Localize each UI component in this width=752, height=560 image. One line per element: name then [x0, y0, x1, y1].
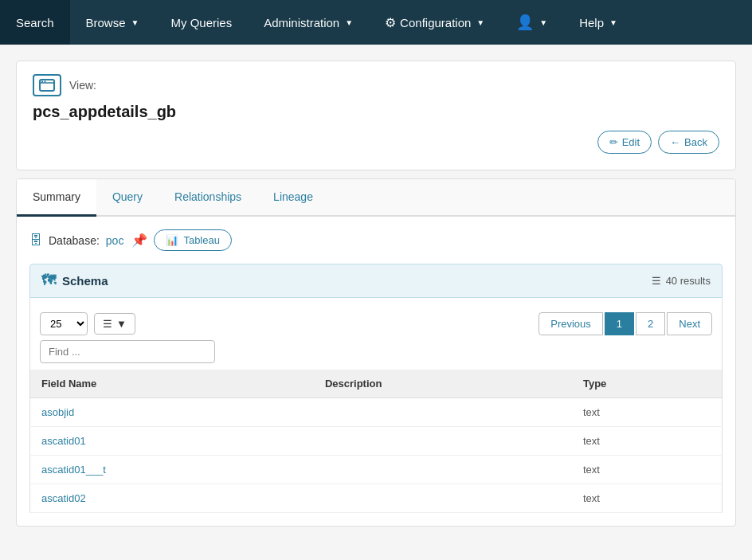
tab-relationships-label: Relationships — [174, 190, 241, 203]
table-row: ascatid01 text — [30, 427, 723, 456]
nav-search-label: Search — [16, 16, 54, 29]
pagination: Previous 1 2 Next — [539, 312, 712, 335]
view-window-icon — [33, 74, 61, 96]
tab-query-label: Query — [112, 190, 143, 203]
col-field-name: Field Name — [30, 370, 314, 398]
svg-rect-2 — [41, 81, 43, 83]
find-input-wrapper — [40, 340, 712, 363]
tab-relationships[interactable]: Relationships — [159, 179, 257, 217]
tableau-button[interactable]: 📊 Tableau — [154, 229, 232, 251]
database-label-text: Database: — [49, 234, 100, 247]
table-header: Field Name Description Type — [30, 370, 723, 398]
schema-table: Field Name Description Type asobjid text… — [29, 370, 723, 513]
pencil-icon: ✏ — [609, 136, 618, 148]
gear-icon: ⚙ — [385, 15, 396, 30]
view-title: pcs_appdetails_gb — [33, 103, 719, 121]
database-name: poc — [106, 234, 124, 247]
nav-administration-arrow: ▼ — [345, 18, 353, 27]
cell-field-name: ascatid02 — [30, 484, 314, 513]
table-body: asobjid text ascatid01 text ascatid01___… — [30, 398, 723, 513]
tableau-label: Tableau — [183, 234, 220, 246]
cell-description — [314, 398, 572, 427]
bar-chart-icon: 📊 — [166, 234, 178, 246]
tab-query[interactable]: Query — [96, 179, 159, 217]
schema-count: ☰ 40 results — [652, 275, 711, 287]
pagination-page-1[interactable]: 1 — [605, 312, 634, 335]
back-button[interactable]: ← Back — [658, 131, 719, 154]
pushpin-icon: 📌 — [131, 233, 147, 248]
table-row: ascatid02 text — [30, 484, 723, 513]
nav-my-queries[interactable]: My Queries — [155, 0, 248, 45]
nav-my-queries-label: My Queries — [170, 16, 232, 29]
nav-help[interactable]: Help ▼ — [563, 0, 633, 45]
table-header-row: Field Name Description Type — [30, 370, 723, 398]
nav-configuration[interactable]: ⚙ Configuration ▼ — [369, 0, 500, 45]
controls-row: 25 50 100 ☰ ▼ Previous — [40, 304, 712, 340]
nav-configuration-arrow: ▼ — [476, 18, 484, 27]
navbar: Search Browse ▼ My Queries Administratio… — [0, 0, 752, 45]
user-icon: 👤 — [516, 14, 534, 31]
columns-arrow: ▼ — [116, 318, 127, 330]
schema-map-icon: 🗺 — [41, 272, 56, 289]
tabs-header: Summary Query Relationships Lineage — [17, 179, 735, 217]
nav-search[interactable]: Search — [0, 0, 70, 45]
cell-type: text — [572, 456, 723, 484]
cell-field-name: asobjid — [30, 398, 314, 427]
view-header-card: View: pcs_appdetails_gb ✏ Edit ← Back — [16, 61, 736, 170]
nav-user[interactable]: 👤 ▼ — [500, 0, 563, 45]
pagination-next[interactable]: Next — [667, 312, 712, 335]
cell-description — [314, 427, 572, 456]
back-arrow-icon: ← — [670, 136, 680, 148]
nav-configuration-label: Configuration — [400, 16, 471, 29]
col-type: Type — [572, 370, 723, 398]
tab-lineage[interactable]: Lineage — [257, 179, 329, 217]
database-row: 🗄 Database: poc 📌 📊 Tableau — [29, 229, 723, 251]
schema-section: 🗺 Schema ☰ 40 results 25 — [29, 264, 723, 513]
per-page-select[interactable]: 25 50 100 — [41, 313, 87, 335]
main-content: View: pcs_appdetails_gb ✏ Edit ← Back Su… — [0, 45, 752, 542]
find-input[interactable] — [40, 340, 215, 363]
edit-button[interactable]: ✏ Edit — [597, 131, 652, 154]
schema-count-icon: ☰ — [652, 275, 661, 287]
nav-help-arrow: ▼ — [609, 18, 617, 27]
tab-lineage-label: Lineage — [273, 190, 313, 203]
tab-summary[interactable]: Summary — [17, 179, 96, 217]
cell-description — [314, 484, 572, 513]
nav-administration-label: Administration — [264, 16, 339, 29]
cell-type: text — [572, 398, 723, 427]
nav-user-arrow: ▼ — [539, 18, 547, 27]
schema-header: 🗺 Schema ☰ 40 results — [29, 264, 723, 298]
pagination-page-2[interactable]: 2 — [636, 312, 665, 335]
edit-label: Edit — [622, 136, 640, 148]
nav-browse[interactable]: Browse ▼ — [70, 0, 155, 45]
schema-title: 🗺 Schema — [41, 272, 108, 289]
nav-help-label: Help — [579, 16, 604, 29]
nav-browse-arrow: ▼ — [131, 18, 139, 27]
cell-field-name: ascatid01___t — [30, 456, 314, 484]
cell-description — [314, 456, 572, 484]
database-label: Database: — [49, 234, 100, 247]
per-page-select-wrapper: 25 50 100 — [40, 312, 88, 335]
view-label-row: View: — [33, 74, 719, 96]
nav-browse-label: Browse — [86, 16, 126, 29]
pagination-previous[interactable]: Previous — [539, 312, 603, 335]
table-row: asobjid text — [30, 398, 723, 427]
schema-title-text: Schema — [62, 274, 108, 288]
tab-content-summary: 🗄 Database: poc 📌 📊 Tableau 🗺 Schema — [17, 217, 735, 526]
tabs-container: Summary Query Relationships Lineage 🗄 Da… — [16, 178, 736, 527]
tab-summary-label: Summary — [33, 190, 80, 203]
table-controls: 25 50 100 ☰ ▼ Previous — [29, 298, 723, 370]
cell-field-name: ascatid01 — [30, 427, 314, 456]
col-description: Description — [314, 370, 572, 398]
columns-button[interactable]: ☰ ▼ — [94, 313, 135, 335]
view-actions: ✏ Edit ← Back — [33, 131, 719, 154]
cell-type: text — [572, 484, 723, 513]
nav-administration[interactable]: Administration ▼ — [248, 0, 369, 45]
cell-type: text — [572, 427, 723, 456]
back-label: Back — [684, 136, 707, 148]
view-label-text: View: — [69, 79, 96, 92]
controls-left: 25 50 100 ☰ ▼ — [40, 312, 135, 335]
table-row: ascatid01___t text — [30, 456, 723, 484]
database-icon: 🗄 — [29, 233, 42, 248]
list-icon: ☰ — [103, 318, 112, 330]
